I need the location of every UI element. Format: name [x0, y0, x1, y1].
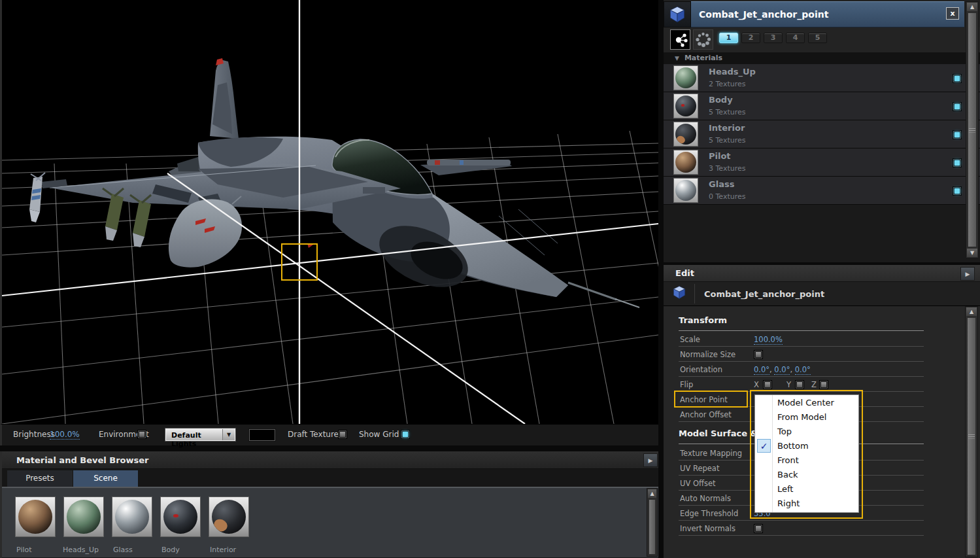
material-visible-checkbox[interactable] — [953, 186, 962, 196]
scroll-up-icon[interactable]: ▲ — [648, 489, 656, 498]
scroll-grip — [969, 128, 975, 132]
orientation-label: Orientation — [680, 365, 722, 374]
material-thumb-body[interactable] — [160, 497, 201, 537]
dropdown-arrow-icon[interactable]: ▼ — [222, 429, 235, 440]
scroll-up-icon[interactable]: ▲ — [966, 307, 977, 316]
flip-x-checkbox[interactable] — [763, 380, 772, 389]
hierarchy-mode-button[interactable] — [670, 29, 690, 50]
cube-icon — [672, 284, 686, 304]
tab-scene[interactable]: Scene — [73, 470, 138, 487]
object-scroll-thumb[interactable] — [968, 12, 977, 247]
scroll-up-icon[interactable]: ▲ — [967, 3, 977, 11]
body-sphere — [675, 96, 696, 116]
level-button-3[interactable]: 3 — [764, 33, 783, 43]
dots-circle-mode-button[interactable] — [693, 29, 713, 50]
flip-z-checkbox[interactable] — [819, 380, 828, 389]
material-row-thumb — [673, 150, 698, 175]
level-button-2[interactable]: 2 — [741, 33, 760, 43]
menu-item-back[interactable]: Back — [777, 468, 798, 482]
lights-dropdown[interactable]: Default Lights ▼ — [165, 428, 235, 441]
invert-normals-row[interactable]: Invert Normals — [679, 521, 924, 536]
object-cube-icon — [664, 1, 691, 27]
uv-repeat-label: UV Repeat — [680, 464, 719, 473]
menu-item-top[interactable]: Top — [777, 425, 792, 439]
menu-item-left[interactable]: Left — [777, 482, 793, 497]
orientation-y-value[interactable]: 0.0° — [774, 365, 790, 375]
material-bevel-browser: Material and Bevel Browser ▶ Presets Sce… — [0, 451, 658, 558]
show-grid-checkbox[interactable] — [401, 430, 410, 439]
normalize-size-row[interactable]: Normalize Size — [679, 347, 924, 362]
browser-expand-button[interactable]: ▶ — [643, 453, 658, 467]
close-button[interactable]: x — [946, 7, 959, 20]
level-button-4[interactable]: 4 — [786, 33, 805, 43]
headsup-sphere — [675, 67, 696, 88]
jet-model[interactable] — [29, 58, 639, 307]
material-visible-checkbox[interactable] — [953, 74, 962, 83]
material-visible-checkbox[interactable] — [953, 130, 962, 139]
material-row-thumb — [673, 178, 698, 203]
object-panel-header: Combat_Jet_anchor_point x — [664, 1, 980, 27]
scale-value[interactable]: 100.0% — [754, 335, 783, 345]
menu-item-right[interactable]: Right — [777, 497, 800, 511]
separator: , — [790, 365, 794, 374]
browser-scroll-thumb[interactable] — [649, 499, 656, 555]
material-thumb-interior[interactable] — [209, 497, 249, 537]
browser-scrollbar[interactable]: ▲ — [647, 488, 658, 557]
flip-x-label: X — [754, 380, 759, 389]
node-graph-icon — [671, 30, 690, 49]
object-panel-scrollbar[interactable]: ▲ ▼ — [966, 1, 979, 258]
orientation-row[interactable]: Orientation 0.0°, 0.0°, 0.0° — [679, 362, 924, 377]
level-button-1[interactable]: 1 — [719, 33, 738, 43]
normalize-size-checkbox[interactable] — [754, 350, 763, 359]
browser-header: Material and Bevel Browser ▶ — [2, 451, 658, 469]
collapse-triangle-icon: ▼ — [675, 55, 679, 61]
material-row-thumb — [673, 94, 698, 118]
material-texture-count: 2 Textures — [709, 80, 746, 88]
viewport-3d[interactable] — [0, 0, 658, 424]
tab-presets[interactable]: Presets — [7, 470, 73, 487]
scroll-grip — [968, 434, 975, 439]
browser-title: Material and Bevel Browser — [16, 455, 148, 465]
menu-item-model-center[interactable]: Model Center — [777, 396, 834, 410]
material-thumb-headsup[interactable] — [63, 497, 104, 537]
brightness-value[interactable]: 100.0% — [50, 430, 80, 440]
material-visible-checkbox[interactable] — [953, 158, 962, 167]
checkmark-icon: ✓ — [757, 439, 771, 453]
section-divider — [679, 330, 924, 331]
material-row-interior[interactable]: Interior5 Textures — [664, 120, 980, 148]
edit-panel-scrollbar[interactable]: ▲ — [965, 306, 978, 557]
material-row-thumb — [673, 122, 698, 147]
headsup-sphere — [67, 500, 101, 534]
menu-item-bottom[interactable]: Bottom — [777, 439, 809, 453]
auto-normals-label: Auto Normals — [680, 494, 731, 503]
browser-tabs: Presets Scene — [2, 469, 658, 487]
scroll-down-icon[interactable]: ▼ — [967, 249, 977, 257]
background-color-swatch[interactable] — [249, 429, 275, 441]
draft-textures-checkbox[interactable] — [338, 430, 347, 439]
material-name: Heads_Up — [709, 67, 756, 77]
menu-item-front[interactable]: Front — [777, 453, 799, 468]
material-thumb-pilot[interactable] — [15, 497, 56, 537]
material-row-pilot[interactable]: Pilot3 Textures — [664, 148, 980, 177]
level-button-5[interactable]: 5 — [808, 33, 827, 43]
invert-normals-checkbox[interactable] — [754, 524, 763, 533]
material-row-glass[interactable]: Glass0 Textures — [664, 177, 980, 205]
materials-list-filler — [664, 205, 980, 262]
thumb-label: Interior — [210, 546, 236, 554]
material-row-body[interactable]: Body5 Textures — [664, 92, 980, 120]
material-name: Interior — [709, 123, 746, 133]
scale-row[interactable]: Scale 100.0% — [679, 332, 924, 347]
material-row-headsup[interactable]: Heads_Up2 Textures — [664, 64, 980, 92]
edit-expand-button[interactable]: ▶ — [960, 267, 975, 281]
environment-checkbox[interactable] — [137, 430, 146, 439]
orientation-z-value[interactable]: 0.0° — [795, 365, 811, 375]
material-thumb-glass[interactable] — [112, 497, 152, 537]
object-toolbar: 1 2 3 4 5 — [664, 27, 980, 52]
materials-section-header[interactable]: ▼Materials — [664, 52, 980, 64]
pilot-sphere — [675, 152, 696, 173]
material-visible-checkbox[interactable] — [953, 102, 962, 111]
flip-y-checkbox[interactable] — [795, 380, 804, 389]
edit-scroll-thumb[interactable] — [967, 317, 976, 555]
menu-item-from-model[interactable]: From Model — [777, 410, 826, 425]
orientation-x-value[interactable]: 0.0° — [754, 365, 769, 375]
